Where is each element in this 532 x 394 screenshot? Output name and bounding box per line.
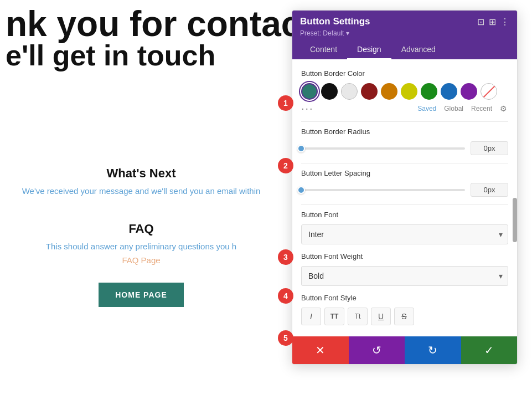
badge-4: 4: [278, 288, 293, 304]
button-settings-panel: Button Settings ⊡ ⊞ ⋮ Preset: Default ▾ …: [292, 10, 518, 365]
panel-footer: ✕ ↺ ↻ ✓: [292, 336, 517, 364]
border-radius-label: Button Border Radius: [301, 127, 508, 136]
tab-design[interactable]: Design: [347, 40, 391, 59]
page-title-line2: e'll get in touch: [0, 39, 215, 72]
tab-content[interactable]: Content: [300, 40, 347, 59]
saved-label[interactable]: Saved: [417, 105, 436, 112]
more-icon[interactable]: ⋮: [500, 17, 509, 27]
border-radius-slider-row: [301, 141, 508, 155]
cancel-button[interactable]: ✕: [292, 336, 349, 364]
panel-body: Button Border Color ··· Saved Global Rec…: [292, 59, 517, 336]
color-swatch-purple[interactable]: [461, 83, 477, 100]
panel-header-top: Button Settings ⊡ ⊞ ⋮: [300, 16, 509, 27]
border-radius-slider-input: [301, 141, 508, 155]
color-swatch-yellow[interactable]: [401, 83, 417, 100]
panel-preset[interactable]: Preset: Default ▾: [300, 29, 509, 37]
font-weight-dropdown-wrapper: Bold: [301, 266, 508, 286]
badge-1: 1: [278, 95, 293, 111]
resize-icon[interactable]: ⊡: [477, 17, 484, 27]
letter-spacing-thumb[interactable]: [297, 186, 305, 194]
undo-button[interactable]: ↺: [349, 336, 405, 364]
badge-3: 3: [278, 249, 293, 265]
font-style-italic[interactable]: I: [301, 308, 321, 325]
saved-row: ··· Saved Global Recent ⚙: [301, 102, 508, 115]
whats-next-body: We've received your message and we'll se…: [0, 186, 282, 196]
homepage-button[interactable]: HOME PAGE: [99, 283, 184, 307]
confirm-button[interactable]: ✓: [461, 336, 518, 364]
tab-advanced[interactable]: Advanced: [391, 40, 446, 59]
font-weight-label: Button Font Weight: [301, 252, 508, 260]
letter-spacing-slider-row: [301, 183, 508, 197]
color-swatch-white[interactable]: [341, 83, 358, 100]
font-style-underline[interactable]: U: [371, 308, 391, 325]
font-dropdown-wrapper: Inter: [301, 224, 508, 244]
font-style-strikethrough[interactable]: S: [394, 308, 414, 325]
color-swatch-none[interactable]: [481, 83, 497, 100]
faq-heading: FAQ: [0, 222, 282, 236]
color-swatch-dark-red[interactable]: [361, 83, 378, 100]
redo-button[interactable]: ↻: [405, 336, 461, 364]
font-dropdown-row: Inter: [301, 224, 508, 244]
faq-body: This should answer any preliminary quest…: [0, 242, 282, 251]
border-radius-track[interactable]: [301, 147, 465, 150]
preset-label: Preset: Default: [300, 29, 344, 37]
divider-3: [301, 204, 508, 205]
font-select[interactable]: Inter: [301, 224, 508, 244]
whats-next-heading: What's Next: [0, 166, 282, 181]
border-radius-input[interactable]: [471, 141, 508, 155]
badge-2: 2: [278, 158, 293, 173]
columns-icon[interactable]: ⊞: [489, 17, 496, 27]
whats-next-section: What's Next We've received your message …: [0, 166, 282, 196]
letter-spacing-label: Button Letter Spacing: [301, 169, 508, 177]
faq-section: FAQ This should answer any preliminary q…: [0, 222, 282, 307]
divider-2: [301, 163, 508, 163]
color-swatch-teal[interactable]: [301, 83, 318, 100]
font-style-label: Button Font Style: [301, 294, 508, 302]
panel-body-wrapper: Button Border Color ··· Saved Global Rec…: [292, 59, 517, 336]
letter-spacing-track[interactable]: [301, 189, 465, 191]
scroll-indicator[interactable]: [513, 198, 517, 242]
letter-spacing-input[interactable]: [471, 183, 508, 197]
panel-header: Button Settings ⊡ ⊞ ⋮ Preset: Default ▾ …: [292, 11, 517, 59]
font-weight-dropdown-row: Bold: [301, 266, 508, 286]
panel-header-icons: ⊡ ⊞ ⋮: [477, 17, 509, 27]
color-swatch-green[interactable]: [421, 83, 437, 100]
preset-chevron: ▾: [346, 29, 349, 37]
font-label: Button Font: [301, 211, 508, 219]
panel-tabs: Content Design Advanced: [300, 40, 509, 59]
color-swatch-row: [301, 83, 508, 100]
letter-spacing-slider-input: [301, 183, 508, 197]
border-color-label: Button Border Color: [301, 69, 508, 78]
color-settings-icon[interactable]: ⚙: [500, 104, 507, 113]
color-swatch-orange[interactable]: [381, 83, 397, 100]
font-weight-select[interactable]: Bold: [301, 266, 508, 286]
badge-5: 5: [278, 330, 293, 346]
faq-link[interactable]: FAQ Page: [0, 255, 282, 265]
more-dots[interactable]: ···: [301, 102, 314, 115]
font-style-uppercase[interactable]: TT: [324, 308, 344, 325]
color-swatch-black[interactable]: [321, 83, 338, 100]
font-style-buttons: I TT Tt U S: [301, 308, 508, 325]
global-label[interactable]: Global: [444, 105, 463, 112]
recent-label[interactable]: Recent: [471, 105, 492, 112]
border-radius-thumb[interactable]: [297, 145, 305, 152]
font-style-capitalize[interactable]: Tt: [348, 308, 368, 325]
divider-1: [301, 121, 508, 122]
panel-title: Button Settings: [300, 16, 370, 27]
color-swatch-blue[interactable]: [441, 83, 457, 100]
